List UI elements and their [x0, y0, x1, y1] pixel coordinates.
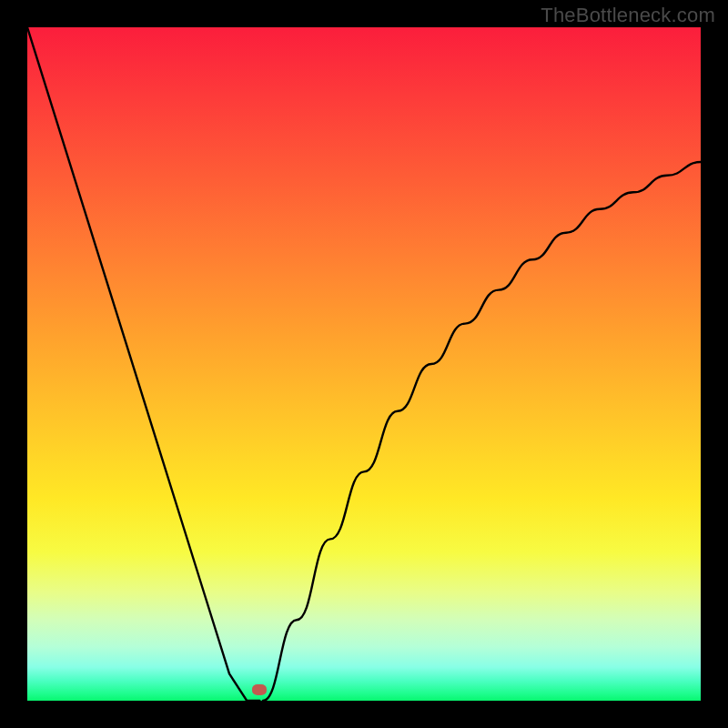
plot-area: [27, 27, 701, 701]
watermark-text: TheBottleneck.com: [541, 4, 715, 27]
chart-frame: TheBottleneck.com: [0, 0, 728, 728]
bottleneck-curve: [27, 27, 701, 701]
curve-right-branch: [263, 162, 701, 701]
curve-left-branch: [27, 27, 259, 701]
bottleneck-marker: [252, 684, 267, 695]
